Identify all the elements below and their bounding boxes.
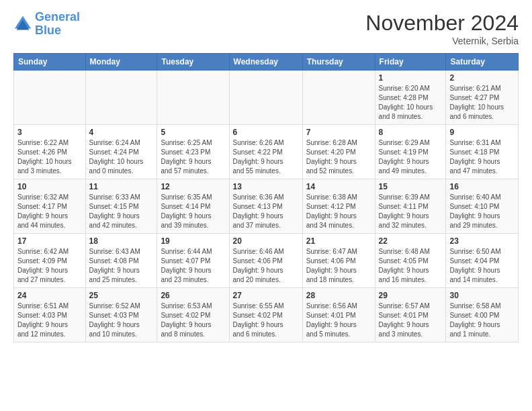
day-cell: 21Sunrise: 6:47 AM Sunset: 4:06 PM Dayli… (302, 234, 375, 288)
day-number: 26 (161, 291, 225, 300)
day-number: 30 (449, 291, 515, 300)
day-number: 17 (17, 236, 82, 246)
day-cell: 7Sunrise: 6:28 AM Sunset: 4:20 PM Daylig… (302, 125, 375, 179)
day-cell (157, 71, 229, 125)
day-number: 2 (449, 73, 515, 83)
day-cell: 25Sunrise: 6:52 AM Sunset: 4:03 PM Dayli… (85, 288, 157, 342)
day-number: 12 (161, 182, 225, 191)
day-cell: 14Sunrise: 6:38 AM Sunset: 4:12 PM Dayli… (302, 179, 375, 234)
logo-general: General (35, 10, 80, 24)
day-info: Sunrise: 6:32 AM Sunset: 4:17 PM Dayligh… (17, 193, 82, 230)
day-cell (85, 71, 157, 125)
day-cell (14, 71, 86, 125)
day-number: 11 (89, 182, 154, 191)
col-header-monday: Monday (85, 54, 157, 71)
day-info: Sunrise: 6:40 AM Sunset: 4:10 PM Dayligh… (449, 193, 515, 230)
day-info: Sunrise: 6:44 AM Sunset: 4:07 PM Dayligh… (161, 247, 225, 285)
day-info: Sunrise: 6:48 AM Sunset: 4:05 PM Dayligh… (379, 247, 443, 285)
header-row: SundayMondayTuesdayWednesdayThursdayFrid… (14, 54, 519, 71)
day-cell: 28Sunrise: 6:56 AM Sunset: 4:01 PM Dayli… (302, 288, 375, 342)
day-number: 13 (233, 182, 299, 191)
day-cell: 26Sunrise: 6:53 AM Sunset: 4:02 PM Dayli… (157, 288, 229, 342)
day-info: Sunrise: 6:42 AM Sunset: 4:09 PM Dayligh… (17, 247, 82, 285)
day-number: 23 (449, 236, 515, 246)
day-cell: 2Sunrise: 6:21 AM Sunset: 4:27 PM Daylig… (446, 71, 519, 125)
day-cell: 10Sunrise: 6:32 AM Sunset: 4:17 PM Dayli… (14, 179, 86, 234)
day-number: 29 (379, 291, 443, 300)
logo-icon (13, 15, 32, 34)
day-cell: 12Sunrise: 6:35 AM Sunset: 4:14 PM Dayli… (157, 179, 229, 234)
day-number: 27 (233, 291, 299, 300)
day-number: 24 (17, 291, 82, 300)
day-number: 4 (89, 128, 154, 137)
week-row-4: 17Sunrise: 6:42 AM Sunset: 4:09 PM Dayli… (14, 234, 519, 288)
day-cell: 27Sunrise: 6:55 AM Sunset: 4:02 PM Dayli… (229, 288, 302, 342)
day-cell: 1Sunrise: 6:20 AM Sunset: 4:28 PM Daylig… (375, 71, 446, 125)
day-number: 15 (379, 182, 443, 191)
day-info: Sunrise: 6:51 AM Sunset: 4:03 PM Dayligh… (17, 302, 82, 339)
day-number: 10 (17, 182, 82, 191)
col-header-tuesday: Tuesday (157, 54, 229, 71)
day-info: Sunrise: 6:24 AM Sunset: 4:24 PM Dayligh… (89, 138, 154, 176)
day-info: Sunrise: 6:28 AM Sunset: 4:20 PM Dayligh… (306, 138, 371, 176)
day-info: Sunrise: 6:47 AM Sunset: 4:06 PM Dayligh… (306, 247, 371, 285)
day-cell: 17Sunrise: 6:42 AM Sunset: 4:09 PM Dayli… (14, 234, 86, 288)
day-number: 1 (379, 73, 443, 83)
day-info: Sunrise: 6:53 AM Sunset: 4:02 PM Dayligh… (161, 302, 225, 339)
col-header-friday: Friday (375, 54, 446, 71)
day-cell: 24Sunrise: 6:51 AM Sunset: 4:03 PM Dayli… (14, 288, 86, 342)
day-info: Sunrise: 6:35 AM Sunset: 4:14 PM Dayligh… (161, 193, 225, 230)
day-info: Sunrise: 6:26 AM Sunset: 4:22 PM Dayligh… (233, 138, 299, 176)
day-number: 22 (379, 236, 443, 246)
logo: General Blue (13, 11, 80, 38)
day-info: Sunrise: 6:57 AM Sunset: 4:01 PM Dayligh… (379, 302, 443, 339)
day-number: 7 (306, 128, 371, 137)
day-number: 14 (306, 182, 371, 191)
col-header-saturday: Saturday (446, 54, 519, 71)
day-info: Sunrise: 6:20 AM Sunset: 4:28 PM Dayligh… (379, 84, 443, 122)
day-info: Sunrise: 6:46 AM Sunset: 4:06 PM Dayligh… (233, 247, 299, 285)
day-cell: 8Sunrise: 6:29 AM Sunset: 4:19 PM Daylig… (375, 125, 446, 179)
day-number: 16 (449, 182, 515, 191)
week-row-2: 3Sunrise: 6:22 AM Sunset: 4:26 PM Daylig… (14, 125, 519, 179)
header: General Blue November 2024 Veternik, Ser… (13, 11, 519, 46)
day-cell: 30Sunrise: 6:58 AM Sunset: 4:00 PM Dayli… (446, 288, 519, 342)
day-number: 21 (306, 236, 371, 246)
logo-text: General Blue (35, 11, 80, 38)
day-cell: 18Sunrise: 6:43 AM Sunset: 4:08 PM Dayli… (85, 234, 157, 288)
day-number: 6 (233, 128, 299, 137)
day-cell: 6Sunrise: 6:26 AM Sunset: 4:22 PM Daylig… (229, 125, 302, 179)
day-number: 9 (449, 128, 515, 137)
day-cell: 29Sunrise: 6:57 AM Sunset: 4:01 PM Dayli… (375, 288, 446, 342)
day-cell: 23Sunrise: 6:50 AM Sunset: 4:04 PM Dayli… (446, 234, 519, 288)
day-number: 20 (233, 236, 299, 246)
day-info: Sunrise: 6:21 AM Sunset: 4:27 PM Dayligh… (449, 84, 515, 122)
day-number: 3 (17, 128, 82, 137)
day-cell: 4Sunrise: 6:24 AM Sunset: 4:24 PM Daylig… (85, 125, 157, 179)
week-row-3: 10Sunrise: 6:32 AM Sunset: 4:17 PM Dayli… (14, 179, 519, 234)
location: Veternik, Serbia (365, 36, 519, 46)
day-number: 18 (89, 236, 154, 246)
day-cell: 20Sunrise: 6:46 AM Sunset: 4:06 PM Dayli… (229, 234, 302, 288)
day-cell: 22Sunrise: 6:48 AM Sunset: 4:05 PM Dayli… (375, 234, 446, 288)
day-info: Sunrise: 6:55 AM Sunset: 4:02 PM Dayligh… (233, 302, 299, 339)
day-cell (229, 71, 302, 125)
day-number: 25 (89, 291, 154, 300)
day-info: Sunrise: 6:39 AM Sunset: 4:11 PM Dayligh… (379, 193, 443, 230)
day-info: Sunrise: 6:31 AM Sunset: 4:18 PM Dayligh… (449, 138, 515, 176)
day-info: Sunrise: 6:43 AM Sunset: 4:08 PM Dayligh… (89, 247, 154, 285)
day-cell: 16Sunrise: 6:40 AM Sunset: 4:10 PM Dayli… (446, 179, 519, 234)
day-cell: 13Sunrise: 6:36 AM Sunset: 4:13 PM Dayli… (229, 179, 302, 234)
day-info: Sunrise: 6:58 AM Sunset: 4:00 PM Dayligh… (449, 302, 515, 339)
day-cell: 15Sunrise: 6:39 AM Sunset: 4:11 PM Dayli… (375, 179, 446, 234)
title-block: November 2024 Veternik, Serbia (365, 11, 519, 46)
day-info: Sunrise: 6:50 AM Sunset: 4:04 PM Dayligh… (449, 247, 515, 285)
week-row-5: 24Sunrise: 6:51 AM Sunset: 4:03 PM Dayli… (14, 288, 519, 342)
col-header-thursday: Thursday (302, 54, 375, 71)
day-number: 8 (379, 128, 443, 137)
day-info: Sunrise: 6:52 AM Sunset: 4:03 PM Dayligh… (89, 302, 154, 339)
day-info: Sunrise: 6:33 AM Sunset: 4:15 PM Dayligh… (89, 193, 154, 230)
day-cell: 3Sunrise: 6:22 AM Sunset: 4:26 PM Daylig… (14, 125, 86, 179)
day-info: Sunrise: 6:25 AM Sunset: 4:23 PM Dayligh… (161, 138, 225, 176)
logo-blue: Blue (35, 24, 61, 37)
